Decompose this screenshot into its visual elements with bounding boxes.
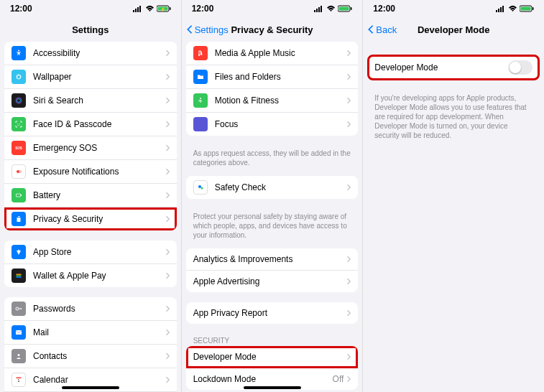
developer-mode-toggle[interactable] bbox=[508, 60, 533, 75]
home-indicator[interactable] bbox=[244, 386, 301, 389]
row-label: App Store bbox=[33, 247, 165, 257]
cellular-icon bbox=[314, 5, 324, 12]
sos-icon: SOS bbox=[11, 141, 26, 155]
folder-icon bbox=[193, 70, 208, 84]
chevron-right-icon bbox=[346, 307, 351, 319]
mail-icon bbox=[11, 325, 26, 340]
chevron-right-icon bbox=[165, 141, 170, 154]
row-developer-mode-toggle[interactable]: Developer Mode bbox=[367, 55, 540, 80]
row-label: Wallpaper bbox=[33, 72, 165, 82]
row-passwords[interactable]: Passwords bbox=[4, 297, 177, 321]
settings-screen: 12:00 ⚡ Settings Accessibility Wallpaper… bbox=[0, 0, 182, 392]
page-title: Settings bbox=[72, 24, 109, 35]
exposure-icon bbox=[11, 164, 26, 179]
row-safety-check[interactable]: Safety Check bbox=[186, 176, 359, 199]
row-motion[interactable]: Motion & Fitness bbox=[186, 89, 359, 113]
svg-point-40 bbox=[198, 55, 200, 56]
status-bar: 12:00 bbox=[363, 0, 544, 17]
chevron-right-icon bbox=[346, 181, 351, 194]
row-battery[interactable]: Battery bbox=[4, 184, 177, 207]
row-media[interactable]: Media & Apple Music bbox=[186, 42, 359, 65]
chevron-right-icon bbox=[346, 373, 351, 386]
privacy-icon bbox=[11, 212, 26, 226]
chevron-right-icon bbox=[165, 350, 170, 363]
passwords-icon bbox=[11, 302, 26, 316]
svg-text:SOS: SOS bbox=[15, 146, 22, 150]
home-indicator[interactable] bbox=[62, 386, 119, 389]
status-time: 12:00 bbox=[192, 4, 214, 14]
chevron-right-icon bbox=[165, 213, 170, 225]
back-button[interactable]: Settings bbox=[186, 24, 229, 35]
svg-rect-26 bbox=[16, 330, 22, 335]
devmode-note: If you're developing apps for Apple prod… bbox=[367, 90, 540, 149]
svg-rect-51 bbox=[521, 7, 531, 11]
chevron-left-icon bbox=[186, 24, 193, 34]
page-title: Developer Mode bbox=[418, 24, 489, 35]
row-developer-mode[interactable]: Developer Mode bbox=[186, 346, 359, 368]
row-appstore[interactable]: App Store bbox=[4, 241, 177, 264]
row-label: Face ID & Passcode bbox=[33, 119, 165, 129]
lockdown-state: Off bbox=[333, 374, 344, 384]
row-label: Focus bbox=[215, 119, 347, 129]
settings-list[interactable]: Accessibility Wallpaper Siri & Search Fa… bbox=[0, 42, 181, 392]
row-privacy[interactable]: Privacy & Security bbox=[4, 207, 177, 230]
row-label: Files and Folders bbox=[215, 72, 347, 82]
svg-rect-48 bbox=[502, 6, 504, 12]
nav-bar: Settings bbox=[0, 17, 181, 42]
devmode-content: Developer Mode If you're developing apps… bbox=[363, 42, 544, 392]
row-label: Media & Apple Music bbox=[215, 48, 347, 58]
row-privacy-report[interactable]: App Privacy Report bbox=[186, 302, 359, 324]
row-label: Safety Check bbox=[215, 182, 347, 192]
battery-icon bbox=[11, 188, 26, 202]
row-files[interactable]: Files and Folders bbox=[186, 65, 359, 89]
row-label: Motion & Fitness bbox=[215, 95, 347, 106]
row-label: Developer Mode bbox=[193, 352, 347, 362]
svg-point-43 bbox=[198, 185, 201, 188]
chevron-right-icon bbox=[165, 165, 170, 178]
privacy-list[interactable]: Media & Apple Music Files and Folders Mo… bbox=[182, 42, 363, 392]
appstore-icon bbox=[11, 245, 26, 259]
status-indicators bbox=[314, 5, 352, 12]
row-analytics[interactable]: Analytics & Improvements bbox=[186, 248, 359, 271]
svg-point-41 bbox=[200, 54, 202, 55]
svg-point-11 bbox=[19, 76, 21, 78]
svg-rect-38 bbox=[351, 7, 352, 10]
row-focus[interactable]: Focus bbox=[186, 113, 359, 136]
safety-icon bbox=[193, 180, 208, 195]
svg-rect-5 bbox=[170, 7, 171, 10]
row-faceid[interactable]: Face ID & Passcode bbox=[4, 113, 177, 136]
chevron-right-icon bbox=[165, 269, 170, 282]
svg-point-14 bbox=[17, 99, 21, 103]
row-wallet[interactable]: Wallet & Apple Pay bbox=[4, 264, 177, 287]
row-sos[interactable]: SOSEmergency SOS bbox=[4, 136, 177, 160]
row-label: Calendar bbox=[33, 375, 165, 385]
chevron-right-icon bbox=[346, 253, 351, 266]
row-advertising[interactable]: Apple Advertising bbox=[186, 271, 359, 292]
svg-text:1: 1 bbox=[18, 378, 20, 383]
row-accessibility[interactable]: Accessibility bbox=[4, 42, 177, 65]
svg-rect-45 bbox=[496, 10, 497, 12]
chevron-left-icon bbox=[367, 24, 374, 34]
row-label: Analytics & Improvements bbox=[193, 254, 347, 264]
svg-rect-2 bbox=[137, 7, 139, 12]
status-bar: 12:00 ⚡ bbox=[0, 0, 181, 17]
svg-rect-50 bbox=[533, 7, 534, 10]
status-time: 12:00 bbox=[10, 4, 32, 14]
battery-icon bbox=[520, 5, 534, 12]
cellular-icon bbox=[133, 5, 143, 12]
wifi-icon bbox=[508, 5, 517, 12]
calendar-icon: 1 bbox=[11, 373, 26, 387]
svg-point-25 bbox=[16, 307, 19, 310]
back-label: Back bbox=[376, 24, 397, 35]
svg-point-16 bbox=[19, 123, 20, 124]
row-siri[interactable]: Siri & Search bbox=[4, 89, 177, 113]
row-exposure[interactable]: Exposure Notifications bbox=[4, 160, 177, 184]
row-mail[interactable]: Mail bbox=[4, 321, 177, 345]
svg-point-27 bbox=[18, 354, 20, 356]
siri-icon bbox=[11, 93, 26, 108]
svg-rect-23 bbox=[17, 276, 22, 277]
back-button[interactable]: Back bbox=[367, 24, 397, 35]
row-wallpaper[interactable]: Wallpaper bbox=[4, 65, 177, 89]
svg-rect-22 bbox=[17, 274, 22, 276]
row-contacts[interactable]: Contacts bbox=[4, 345, 177, 368]
